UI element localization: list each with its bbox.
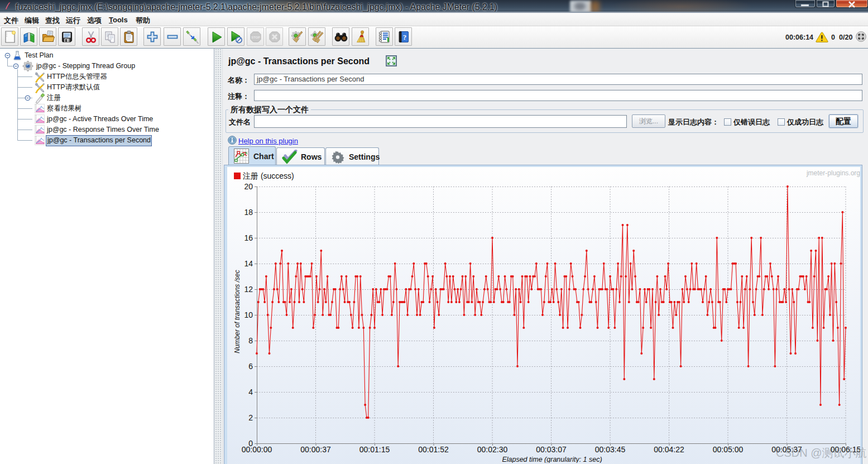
svg-text:00:01:15: 00:01:15 [359, 445, 390, 454]
svg-text:00:01:52: 00:01:52 [418, 445, 449, 454]
svg-text:Elapsed time (granularity: 1 s: Elapsed time (granularity: 1 sec) [502, 456, 602, 463]
svg-text:00:03:45: 00:03:45 [595, 445, 626, 454]
svg-text:12: 12 [244, 285, 253, 294]
svg-text:2: 2 [248, 413, 253, 422]
svg-text:00:00:37: 00:00:37 [300, 445, 331, 454]
svg-text:jmeter-plugins.org: jmeter-plugins.org [806, 169, 860, 177]
svg-text:18: 18 [244, 208, 253, 217]
svg-text:00:04:22: 00:04:22 [654, 445, 684, 454]
svg-text:?: ? [403, 33, 407, 41]
svg-text:00:05:00: 00:05:00 [713, 445, 744, 454]
svg-text:10: 10 [244, 310, 253, 319]
svg-text:20: 20 [244, 182, 253, 191]
svg-text:6: 6 [248, 362, 253, 371]
svg-text:Number of transactions /sec: Number of transactions /sec [233, 270, 241, 353]
svg-text:注册 (success): 注册 (success) [243, 171, 294, 180]
svg-text:STOP: STOP [251, 36, 260, 39]
svg-text:16: 16 [244, 233, 253, 242]
svg-text:14: 14 [244, 259, 253, 268]
svg-text:00:00:00: 00:00:00 [242, 445, 272, 454]
svg-text:00:02:30: 00:02:30 [477, 445, 508, 454]
svg-text:8: 8 [248, 336, 253, 345]
svg-text:4: 4 [248, 388, 253, 396]
svg-text:00:03:07: 00:03:07 [536, 445, 567, 454]
